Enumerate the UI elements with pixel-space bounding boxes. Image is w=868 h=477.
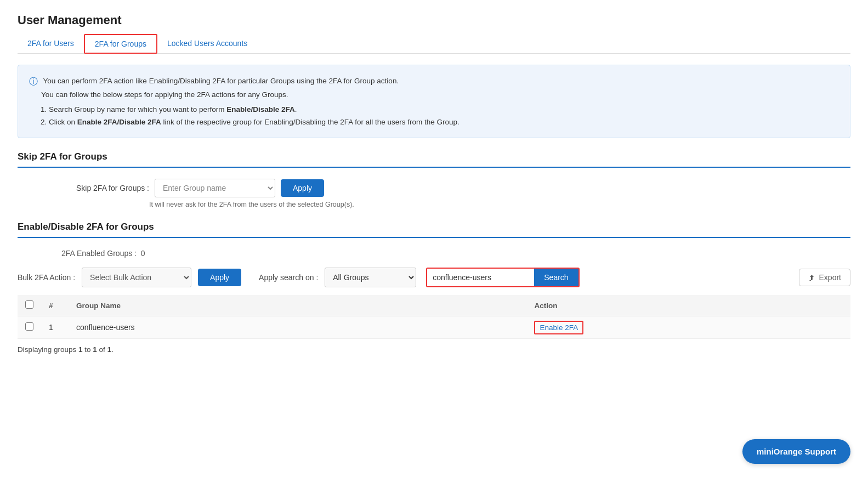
export-label: Export xyxy=(819,273,841,282)
header-group-name: Group Name xyxy=(69,295,526,316)
info-icon: ⓘ xyxy=(29,77,38,86)
tabs-bar: 2FA for Users 2FA for Groups Locked User… xyxy=(18,34,850,54)
enabled-groups-count: 0 xyxy=(141,249,145,258)
pagination-text: Displaying groups 1 to 1 of 1. xyxy=(18,345,850,354)
search-on-select[interactable]: All Groups Enabled Groups Disabled Group… xyxy=(325,268,416,287)
enable-2fa-link[interactable]: Enable 2FA xyxy=(534,321,583,334)
bulk-action-label: Bulk 2FA Action : xyxy=(18,273,75,282)
enable-section-title: Enable/Disable 2FA for Groups xyxy=(18,222,850,232)
table-header-row: # Group Name Action xyxy=(18,295,850,316)
page-title: User Management xyxy=(18,13,850,27)
enabled-groups-row: 2FA Enabled Groups : 0 xyxy=(18,249,850,258)
enable-disable-section: Enable/Disable 2FA for Groups 2FA Enable… xyxy=(18,222,850,354)
groups-table: # Group Name Action 1 confluence-users E… xyxy=(18,295,850,339)
bulk-apply-button[interactable]: Apply xyxy=(198,269,241,286)
search-input[interactable] xyxy=(427,269,534,286)
skip-2fa-section: Skip 2FA for Groups Skip 2FA for Groups … xyxy=(18,151,850,208)
skip-section-title: Skip 2FA for Groups xyxy=(18,151,850,162)
skip-divider xyxy=(18,167,850,168)
info-line2: You can follow the below steps for apply… xyxy=(41,90,288,99)
skip-form-row: Skip 2FA for Groups : Enter Group name A… xyxy=(18,179,850,197)
skip-label: Skip 2FA for Groups : xyxy=(61,184,149,192)
row-checkbox[interactable] xyxy=(25,322,33,331)
table-row: 1 confluence-users Enable 2FA xyxy=(18,316,850,339)
row-checkbox-cell xyxy=(18,316,41,339)
export-button[interactable]: ⮭ Export xyxy=(799,269,850,286)
export-icon: ⮭ xyxy=(808,273,816,282)
search-on-label: Apply search on : xyxy=(259,273,318,282)
select-all-checkbox[interactable] xyxy=(25,300,33,309)
info-box: ⓘ You can perform 2FA action like Enabli… xyxy=(18,65,850,138)
bulk-action-select[interactable]: Select Bulk Action xyxy=(82,268,191,287)
search-button[interactable]: Search xyxy=(534,269,578,286)
group-name-select[interactable]: Enter Group name xyxy=(155,179,275,197)
bulk-action-bar: Bulk 2FA Action : Select Bulk Action App… xyxy=(18,268,850,287)
header-action: Action xyxy=(526,295,850,316)
info-step2: Click on Enable 2FA/Disable 2FA link of … xyxy=(49,116,839,129)
tab-2fa-groups[interactable]: 2FA for Groups xyxy=(84,34,157,54)
enable-divider xyxy=(18,237,850,238)
skip-apply-button[interactable]: Apply xyxy=(281,179,324,197)
tab-2fa-users[interactable]: 2FA for Users xyxy=(18,35,84,53)
header-num: # xyxy=(41,295,69,316)
info-step1: Search Group by name for which you want … xyxy=(49,104,839,116)
row-action: Enable 2FA xyxy=(526,316,850,339)
header-checkbox xyxy=(18,295,41,316)
enabled-groups-label: 2FA Enabled Groups : xyxy=(61,249,137,258)
info-line1: You can perform 2FA action like Enabling… xyxy=(43,77,399,85)
tab-locked-users[interactable]: Locked Users Accounts xyxy=(157,35,257,53)
row-group-name: confluence-users xyxy=(69,316,526,339)
search-input-wrap: Search xyxy=(426,268,579,287)
skip-hint: It will never ask for the 2FA from the u… xyxy=(105,201,850,208)
row-num: 1 xyxy=(41,316,69,339)
